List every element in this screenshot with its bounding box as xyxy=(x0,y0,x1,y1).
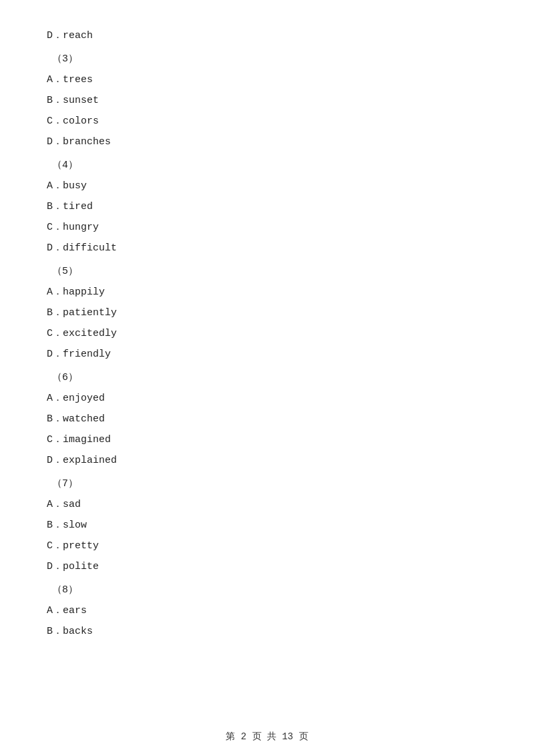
list-item-d-difficult: D．difficult xyxy=(47,239,487,257)
main-content: D．reach（3）A．treesB．sunsetC．colorsD．branc… xyxy=(0,0,534,683)
footer-text: 第 2 页 共 13 页 xyxy=(226,731,308,742)
list-item-c-colors: C．colors xyxy=(47,112,487,130)
list-item-group7: （7） xyxy=(52,475,487,493)
list-item-b-tired: B．tired xyxy=(47,198,487,216)
list-item-d-polite: D．polite xyxy=(47,558,487,576)
list-item-group6: （6） xyxy=(52,369,487,387)
list-item-a-sad: A．sad xyxy=(47,496,487,514)
list-item-group3: （3） xyxy=(52,50,487,68)
list-item-a-ears: A．ears xyxy=(47,602,487,620)
list-item-b-slow: B．slow xyxy=(47,516,487,534)
list-item-c-excitedly: C．excitedly xyxy=(47,325,487,343)
list-item-b-backs: B．backs xyxy=(47,622,487,640)
list-item-c-pretty: C．pretty xyxy=(47,537,487,555)
list-item-a-busy: A．busy xyxy=(47,177,487,195)
list-item-group8: （8） xyxy=(52,581,487,599)
list-item-a-happily: A．happily xyxy=(47,283,487,301)
list-item-b-sunset: B．sunset xyxy=(47,91,487,110)
list-item-b-patiently: B．patiently xyxy=(47,304,487,322)
page-footer: 第 2 页 共 13 页 xyxy=(0,731,534,743)
list-item-d-explained: D．explained xyxy=(47,451,487,469)
list-item-a-trees: A．trees xyxy=(47,71,487,89)
list-item-a-enjoyed: A．enjoyed xyxy=(47,389,487,407)
list-item-d-friendly: D．friendly xyxy=(47,345,487,363)
list-item-c-hungry: C．hungry xyxy=(47,218,487,236)
list-item-c-imagined: C．imagined xyxy=(47,431,487,449)
list-item-d-branches: D．branches xyxy=(47,133,487,151)
list-item-group4: （4） xyxy=(52,156,487,174)
list-item-b-watched: B．watched xyxy=(47,410,487,428)
list-item-group5: （5） xyxy=(52,262,487,280)
list-item-d-reach: D．reach xyxy=(47,27,487,45)
